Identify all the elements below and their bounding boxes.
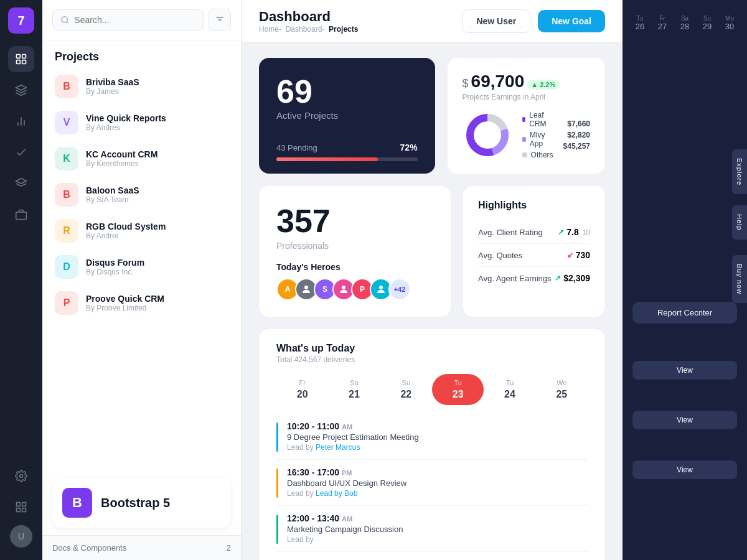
professionals-card: 357 Professionals Today's Heroes A S P <box>259 186 451 317</box>
event-time: 16:30 - 17:00 PM <box>287 467 406 477</box>
hero-more[interactable]: +42 <box>388 278 411 301</box>
project-name: KC Account CRM <box>86 149 157 159</box>
svg-line-14 <box>67 22 68 24</box>
arrow-up-icon: ↗ <box>558 228 564 236</box>
card-ap-bottom: 43 Pending 72% <box>276 130 418 152</box>
legend-val-mivy: $2,820 <box>563 131 590 139</box>
docs-count: 2 <box>227 543 231 553</box>
event-details: 16:30 - 17:00 PM Dashboard UI/UX Design … <box>287 467 406 498</box>
breadcrumb: Dashboard Home- Dashboard- Projects <box>259 9 358 34</box>
project-item[interactable]: R RGB Cloud System By Andrei <box>42 213 241 249</box>
project-logo: B <box>55 183 78 207</box>
cal-day[interactable]: Tu23 <box>432 374 484 405</box>
project-info: Briviba SaaS By James <box>86 77 139 96</box>
active-projects-label: Active Projects <box>276 110 418 121</box>
highlight-row-rating: Avg. Client Rating ↗ 7.810 <box>478 221 590 244</box>
project-item[interactable]: D Disqus Forum By Disqus Inc. <box>42 249 241 285</box>
nav-settings[interactable] <box>8 463 34 489</box>
event-lead-link[interactable]: Peter Marcus <box>316 443 360 452</box>
nav-stack[interactable] <box>8 170 34 197</box>
highlight-row-earnings: Avg. Agent Earnings ↗ $2,309 <box>478 267 590 289</box>
event-details: 12:00 - 13:40 AM Marketing Campaign Disc… <box>287 513 403 544</box>
project-item[interactable]: V Vine Quick Reports By Andres <box>42 105 241 141</box>
user-number-badge[interactable]: 7 <box>8 7 34 34</box>
header-actions: New User New Goal <box>462 9 605 33</box>
earnings-card: $ 69,700 ▲ 2.2% Projects Earnings in Apr… <box>448 58 605 174</box>
day-name: Fr <box>279 379 326 386</box>
project-item[interactable]: K KC Account CRM By Keenthemes <box>42 141 241 177</box>
day-num: 20 <box>279 389 326 400</box>
project-info: KC Account CRM By Keenthemes <box>86 149 157 168</box>
search-input-wrap[interactable] <box>52 9 204 30</box>
docs-bar[interactable]: Docs & Components 2 <box>42 535 241 560</box>
nav-chart[interactable] <box>8 108 34 134</box>
project-info: Proove Quick CRM By Proove Limited <box>86 294 164 312</box>
earnings-amount: $ 69,700 ▲ 2.2% <box>463 72 590 91</box>
project-item[interactable]: B Briviba SaaS By James <box>42 68 241 105</box>
svg-rect-10 <box>22 503 26 506</box>
view-button-1[interactable]: View <box>632 361 737 380</box>
project-name: Vine Quick Reports <box>86 113 166 123</box>
event-ampm: AM <box>342 423 352 431</box>
project-name: Disqus Forum <box>86 258 144 268</box>
project-item[interactable]: P Proove Quick CRM By Proove Limited <box>42 285 241 321</box>
docs-label: Docs & Components <box>52 543 126 553</box>
project-info: Disqus Forum By Disqus Inc. <box>86 258 144 276</box>
nav-check[interactable] <box>8 139 34 166</box>
report-center-button[interactable]: Report Cecnter <box>632 302 737 324</box>
earnings-dollar: $ <box>463 77 469 90</box>
arrow-down-icon: ↙ <box>567 251 573 259</box>
legend-values: $7,660 $2,820 $45,257 <box>563 119 590 151</box>
day-name: We <box>538 379 585 386</box>
highlight-val-quotes: ↙ 730 <box>567 250 590 260</box>
person-icon <box>301 284 312 295</box>
filter-button[interactable] <box>209 9 231 31</box>
page-title: Dashboard <box>259 9 358 25</box>
nav-briefcase[interactable] <box>8 202 34 228</box>
cal-day[interactable]: Sa21 <box>328 374 380 405</box>
day-num: 23 <box>435 389 481 400</box>
nav-grid-alt[interactable] <box>8 494 34 520</box>
svg-rect-11 <box>17 508 21 512</box>
event-lead-link[interactable]: Lead by Bob <box>316 489 357 498</box>
highlight-val-earnings: ↗ $2,309 <box>555 273 590 283</box>
project-by: By SIA Team <box>86 195 139 204</box>
event-details: 10:20 - 11:00 AM 9 Degree Project Estima… <box>287 421 419 452</box>
projects-title: Projects <box>42 40 241 68</box>
bootstrap-title: Bootstrap 5 <box>101 496 170 510</box>
main-content: Dashboard Home- Dashboard- Projects New … <box>242 0 622 560</box>
project-logo: D <box>55 255 78 279</box>
svg-rect-3 <box>22 60 26 64</box>
view-button-2[interactable]: View <box>632 411 737 429</box>
search-input[interactable] <box>74 15 195 25</box>
svg-point-24 <box>379 286 383 289</box>
event-lead: Lead by Lead by Bob <box>287 489 406 498</box>
search-bar <box>42 0 241 40</box>
user-avatar[interactable]: U <box>10 525 32 548</box>
new-user-button[interactable]: New User <box>462 9 530 33</box>
cal-day[interactable]: Fr20 <box>276 374 328 405</box>
event-ampm: PM <box>342 469 352 477</box>
project-name: Baloon SaaS <box>86 185 139 195</box>
progress-bar-fill <box>276 157 378 161</box>
svg-point-8 <box>20 475 23 478</box>
new-goal-button[interactable]: New Goal <box>538 10 605 32</box>
cal-day[interactable]: We25 <box>536 374 588 405</box>
svg-point-23 <box>342 286 345 289</box>
project-name: Proove Quick CRM <box>86 294 164 304</box>
view-button-3[interactable]: View <box>632 460 737 479</box>
event-time: 10:20 - 11:00 AM <box>287 421 419 431</box>
svg-rect-2 <box>17 60 21 64</box>
svg-point-22 <box>304 286 308 289</box>
project-item[interactable]: B Baloon SaaS By SIA Team <box>42 177 241 213</box>
legend-item-leaf: Leaf CRM <box>522 111 553 128</box>
nav-dashboard[interactable] <box>8 46 34 72</box>
event-name: 9 Degree Project Estimation Meeting <box>287 432 419 442</box>
cal-day[interactable]: Su22 <box>380 374 432 405</box>
cal-day[interactable]: Tu24 <box>484 374 535 405</box>
day-name: Tu <box>435 379 481 386</box>
day-num: 21 <box>331 389 377 400</box>
highlight-row-quotes: Avg. Quotes ↙ 730 <box>478 244 590 267</box>
top-row: 69 Active Projects 43 Pending 72% $ <box>259 58 605 174</box>
nav-layers[interactable] <box>8 77 34 103</box>
